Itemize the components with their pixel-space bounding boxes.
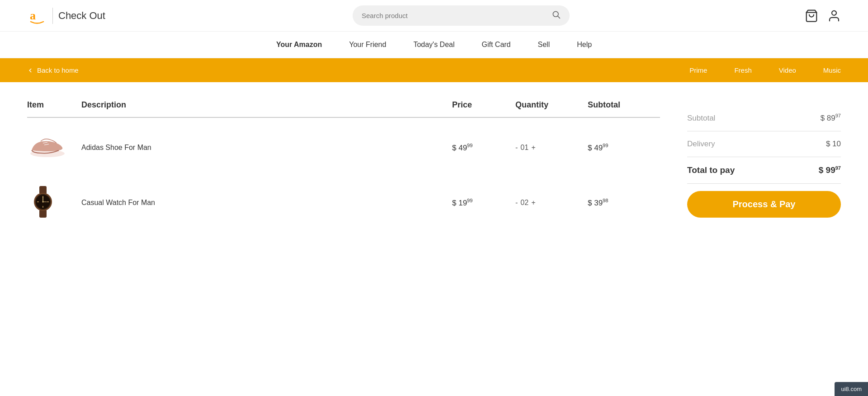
cart-button[interactable] [805,9,818,23]
banner-music-link[interactable]: Music [823,66,841,74]
header-icons [805,9,841,23]
svg-text:a: a [30,9,36,22]
delivery-label: Delivery [687,140,715,149]
total-row: Total to pay $ 9997 [687,157,841,183]
search-area [127,5,796,26]
quantity-watch: - 02 + [515,199,588,207]
svg-line-2 [558,16,560,19]
nav-item-help[interactable]: Help [577,41,592,49]
banner-video-link[interactable]: Video [779,66,796,74]
logo-area: a Check Out [27,6,118,26]
summary-section: Subtotal $ 8997 Delivery $ 10 Total to p… [687,100,841,233]
logo-divider [52,8,53,24]
checkout-title: Check Out [58,10,105,22]
qty-value-shoe: 01 [520,144,528,152]
search-bar [353,5,570,26]
price-shoe: $ 4999 [452,143,515,153]
back-to-home-label: Back to home [37,66,79,74]
product-name-watch: Casual Watch For Man [81,199,452,207]
back-to-home-link[interactable]: Back to home [27,66,79,74]
total-label: Total to pay [687,165,735,175]
header: a Check Out [0,0,868,32]
decrease-qty-watch[interactable]: - [515,199,518,207]
table-row: Casual Watch For Man $ 1999 - 02 + $ 399… [27,173,660,233]
orange-banner: Back to home Prime Fresh Video Music [0,58,868,82]
col-description: Description [81,100,452,110]
col-subtotal: Subtotal [588,100,660,110]
banner-prime-link[interactable]: Prime [689,66,707,74]
search-input[interactable] [362,12,547,19]
nav-bar: Your Amazon Your Friend Today's Deal Gif… [0,32,868,58]
increase-qty-shoe[interactable]: + [531,144,535,152]
increase-qty-watch[interactable]: + [531,199,535,207]
svg-point-19 [42,201,44,203]
search-icon [552,10,561,21]
product-name-shoe: Adidas Shoe For Man [81,144,452,152]
user-button[interactable] [827,9,841,23]
banner-right-links: Prime Fresh Video Music [689,66,841,74]
banner-fresh-link[interactable]: Fresh [734,66,751,74]
nav-item-sell[interactable]: Sell [538,41,550,49]
quantity-shoe: - 01 + [515,144,588,152]
process-pay-button[interactable]: Process & Pay [687,191,841,218]
col-quantity: Quantity [515,100,588,110]
summary-divider-3 [687,183,841,184]
col-price: Price [452,100,515,110]
subtotal-value: $ 8997 [821,113,841,123]
nav-item-gift-card[interactable]: Gift Card [481,41,510,49]
col-item: Item [27,100,81,110]
cart-section: Item Description Price Quantity Subtotal [27,100,660,233]
amazon-logo: a [27,6,47,26]
subtotal-label: Subtotal [687,114,715,123]
total-value: $ 9997 [819,165,841,175]
nav-item-your-amazon[interactable]: Your Amazon [276,41,322,49]
subtotal-watch: $ 3998 [588,198,660,208]
delivery-value: $ 10 [826,140,841,149]
product-image-shoe [27,133,81,162]
svg-point-4 [832,10,836,15]
delivery-row: Delivery $ 10 [687,131,841,157]
main-content: Item Description Price Quantity Subtotal [0,82,868,251]
subtotal-row: Subtotal $ 8997 [687,105,841,131]
qty-value-watch: 02 [520,199,528,207]
table-row: Adidas Shoe For Man $ 4999 - 01 + $ 4999 [27,122,660,173]
nav-item-todays-deal[interactable]: Today's Deal [413,41,454,49]
subtotal-shoe: $ 4999 [588,143,660,153]
price-watch: $ 1999 [452,198,515,208]
cart-table-header: Item Description Price Quantity Subtotal [27,100,660,118]
nav-item-your-friend[interactable]: Your Friend [349,41,386,49]
product-image-watch [27,184,81,222]
decrease-qty-shoe[interactable]: - [515,144,518,152]
